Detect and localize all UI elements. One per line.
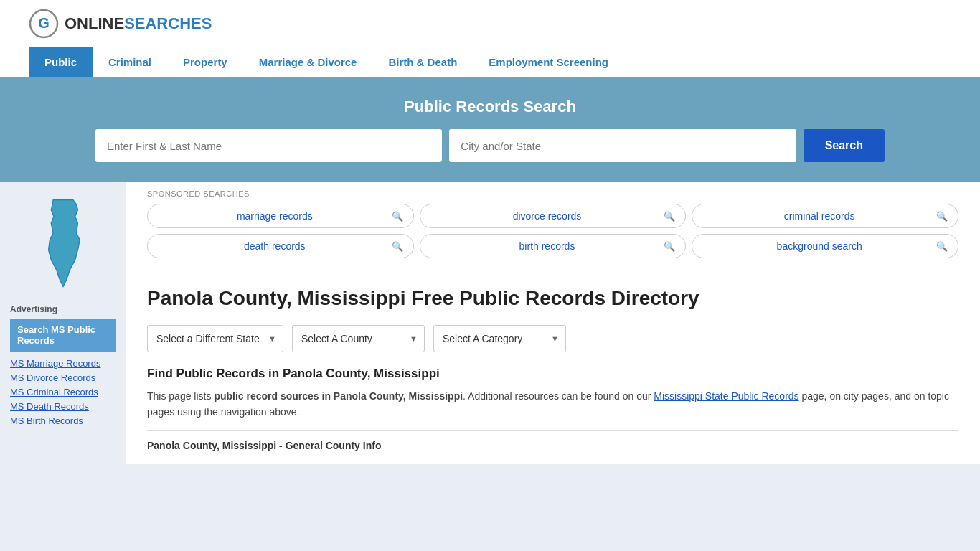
- logo-icon: G: [29, 9, 59, 39]
- link-ms-birth[interactable]: MS Birth Records: [10, 415, 83, 426]
- sponsored-item-birth[interactable]: birth records 🔍: [420, 234, 687, 258]
- page-title: Panola County, Mississippi Free Public R…: [147, 286, 958, 311]
- main-container: Advertising Search MS Public Records MS …: [0, 182, 980, 464]
- link-ms-death[interactable]: MS Death Records: [10, 401, 89, 412]
- mississippi-map: [27, 197, 99, 290]
- svg-text:G: G: [38, 15, 50, 31]
- search-icon-marriage: 🔍: [392, 211, 403, 222]
- county-dropdown[interactable]: Select A County: [292, 325, 425, 352]
- sponsored-item-marriage[interactable]: marriage records 🔍: [147, 204, 414, 228]
- search-icon-criminal: 🔍: [936, 211, 948, 222]
- find-records-text: This page lists public record sources in…: [147, 388, 958, 420]
- find-records-title: Find Public Records in Panola County, Mi…: [147, 367, 958, 381]
- sponsored-link-background[interactable]: background search: [702, 240, 936, 252]
- category-dropdown[interactable]: Select A Category: [433, 325, 566, 352]
- link-ms-criminal[interactable]: MS Criminal Records: [10, 387, 98, 397]
- find-text-part1: This page lists: [147, 390, 214, 402]
- sidebar-link-marriage[interactable]: MS Marriage Records: [10, 357, 116, 369]
- state-dropdown-wrapper: Select a Different State: [147, 325, 283, 352]
- nav-item-criminal[interactable]: Criminal: [93, 47, 167, 77]
- find-records-link[interactable]: Mississippi State Public Records: [654, 390, 798, 402]
- sidebar-link-death[interactable]: MS Death Records: [10, 400, 116, 412]
- search-form: Search: [95, 129, 885, 162]
- sponsored-link-marriage[interactable]: marriage records: [158, 210, 392, 222]
- search-button[interactable]: Search: [804, 129, 885, 162]
- search-banner-title: Public Records Search: [29, 98, 951, 116]
- search-icon-divorce: 🔍: [664, 211, 675, 222]
- sidebar-ad-box[interactable]: Search MS Public Records: [10, 319, 116, 352]
- sidebar-link-criminal[interactable]: MS Criminal Records: [10, 386, 116, 397]
- dropdown-row: Select a Different State Select A County…: [147, 325, 958, 352]
- sponsored-item-divorce[interactable]: divorce records 🔍: [420, 204, 687, 228]
- name-input[interactable]: [95, 129, 442, 162]
- link-ms-marriage[interactable]: MS Marriage Records: [10, 358, 100, 369]
- sidebar: Advertising Search MS Public Records MS …: [0, 182, 126, 464]
- main-nav: Public Criminal Property Marriage & Divo…: [0, 47, 980, 77]
- sponsored-section: SPONSORED SEARCHES marriage records 🔍 di…: [126, 182, 980, 258]
- nav-link-property[interactable]: Property: [167, 47, 243, 77]
- find-text-bold: public record sources in Panola County, …: [214, 390, 463, 402]
- sidebar-link-birth[interactable]: MS Birth Records: [10, 415, 116, 426]
- sidebar-links: MS Marriage Records MS Divorce Records M…: [10, 357, 116, 426]
- nav-link-public[interactable]: Public: [29, 47, 93, 77]
- search-banner: Public Records Search Search: [0, 77, 980, 182]
- nav-link-employment[interactable]: Employment Screening: [473, 47, 624, 77]
- nav-item-marriage-divorce[interactable]: Marriage & Divorce: [243, 47, 373, 77]
- link-ms-divorce[interactable]: MS Divorce Records: [10, 372, 95, 383]
- sponsored-item-background[interactable]: background search 🔍: [692, 234, 958, 258]
- sponsored-link-death[interactable]: death records: [158, 240, 392, 252]
- advertising-label: Advertising: [10, 304, 116, 314]
- search-icon-birth: 🔍: [664, 241, 675, 252]
- category-dropdown-wrapper: Select A Category: [433, 325, 566, 352]
- nav-link-criminal[interactable]: Criminal: [93, 47, 167, 77]
- nav-item-public[interactable]: Public: [29, 47, 93, 77]
- content-inner: Panola County, Mississippi Free Public R…: [126, 273, 980, 464]
- search-icon-death: 🔍: [392, 241, 403, 252]
- header: G ONLINESEARCHES: [0, 0, 980, 47]
- sponsored-item-criminal[interactable]: criminal records 🔍: [692, 204, 958, 228]
- nav-link-birth-death[interactable]: Birth & Death: [372, 47, 473, 77]
- content-area: SPONSORED SEARCHES marriage records 🔍 di…: [126, 182, 980, 464]
- location-input[interactable]: [449, 129, 796, 162]
- find-text-part2: . Additional resources can be found on o…: [463, 390, 654, 402]
- sponsored-label: SPONSORED SEARCHES: [147, 189, 958, 198]
- nav-link-marriage-divorce[interactable]: Marriage & Divorce: [243, 47, 373, 77]
- sponsored-grid: marriage records 🔍 divorce records 🔍 cri…: [147, 204, 958, 258]
- sponsored-link-divorce[interactable]: divorce records: [430, 210, 664, 222]
- sponsored-link-criminal[interactable]: criminal records: [702, 210, 936, 222]
- sidebar-link-divorce[interactable]: MS Divorce Records: [10, 372, 116, 383]
- nav-item-employment[interactable]: Employment Screening: [473, 47, 624, 77]
- logo-text: ONLINESEARCHES: [65, 14, 212, 33]
- county-dropdown-wrapper: Select A County: [292, 325, 425, 352]
- general-info-title: Panola County, Mississippi - General Cou…: [147, 430, 958, 451]
- search-icon-background: 🔍: [936, 241, 948, 252]
- logo: G ONLINESEARCHES: [29, 9, 212, 39]
- state-dropdown[interactable]: Select a Different State: [147, 325, 283, 352]
- nav-item-birth-death[interactable]: Birth & Death: [372, 47, 473, 77]
- nav-item-property[interactable]: Property: [167, 47, 243, 77]
- sponsored-link-birth[interactable]: birth records: [430, 240, 664, 252]
- sponsored-item-death[interactable]: death records 🔍: [147, 234, 414, 258]
